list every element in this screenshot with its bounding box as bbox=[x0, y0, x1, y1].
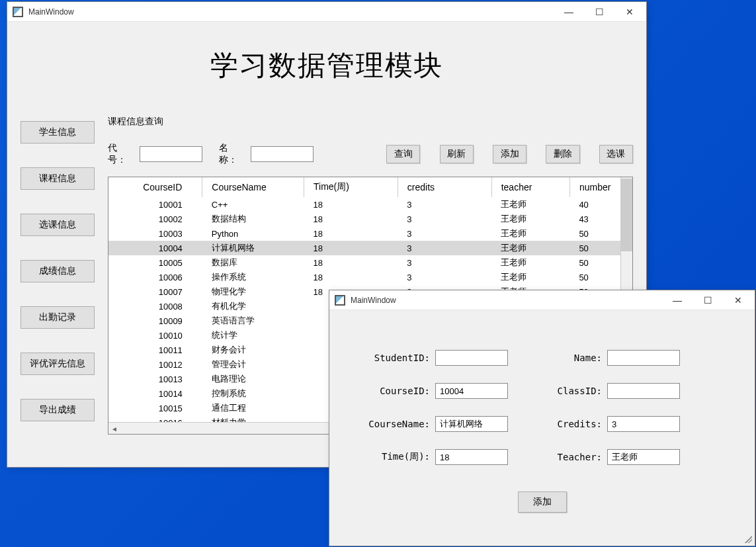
table-cell: 英语语言学 bbox=[202, 314, 304, 328]
scroll-thumb[interactable] bbox=[621, 179, 632, 251]
sidebar-item-course-info[interactable]: 课程信息 bbox=[21, 167, 95, 190]
delete-button[interactable]: 删除 bbox=[546, 145, 579, 163]
dialog-resize-grip-icon[interactable] bbox=[743, 534, 752, 543]
table-cell: 18 bbox=[304, 226, 398, 241]
sidebar-item-student-info[interactable]: 学生信息 bbox=[21, 121, 95, 144]
table-cell: 18 bbox=[304, 212, 398, 226]
col-course-name[interactable]: CourseName bbox=[202, 177, 304, 197]
teacher-label: Teacher: bbox=[548, 452, 607, 462]
table-cell: 电路理论 bbox=[202, 372, 304, 386]
dialog-minimize-button[interactable]: — bbox=[662, 290, 693, 310]
code-input[interactable] bbox=[140, 146, 202, 162]
col-teacher[interactable]: teacher bbox=[491, 177, 569, 197]
select-course-button[interactable]: 选课 bbox=[599, 145, 633, 163]
table-row[interactable]: 10006操作系统183王老师50 bbox=[108, 270, 632, 284]
course-id-label: CourseID: bbox=[356, 386, 435, 396]
table-cell: 3 bbox=[398, 255, 491, 270]
student-id-label: StudentID: bbox=[356, 353, 435, 363]
table-cell: Python bbox=[202, 226, 304, 241]
dialog-window-title: MainWindow bbox=[351, 296, 662, 305]
col-credits[interactable]: credits bbox=[398, 177, 491, 197]
table-cell: 3 bbox=[398, 270, 491, 284]
minimize-button[interactable]: — bbox=[554, 2, 584, 22]
table-cell: 10008 bbox=[108, 299, 202, 314]
table-row[interactable]: 10003Python183王老师50 bbox=[108, 226, 632, 241]
main-titlebar[interactable]: MainWindow — ☐ ✕ bbox=[7, 2, 646, 22]
maximize-button[interactable]: ☐ bbox=[584, 2, 614, 22]
table-cell: 财务会计 bbox=[202, 343, 304, 357]
table-cell: 3 bbox=[398, 241, 491, 255]
table-cell: 10012 bbox=[108, 357, 202, 372]
student-id-field[interactable] bbox=[435, 350, 508, 366]
sidebar-item-export-grades[interactable]: 导出成绩 bbox=[21, 399, 95, 421]
name-field[interactable] bbox=[607, 350, 680, 366]
main-window-title: MainWindow bbox=[28, 7, 554, 17]
course-name-label: CourseName: bbox=[356, 419, 435, 429]
table-cell: 10013 bbox=[108, 372, 202, 386]
table-cell: 10004 bbox=[108, 241, 202, 255]
class-id-label: ClassID: bbox=[548, 386, 607, 396]
col-time[interactable]: Time(周) bbox=[304, 177, 398, 197]
credits-field[interactable] bbox=[607, 416, 680, 432]
table-cell: 计算机网络 bbox=[202, 241, 304, 255]
table-cell: 10010 bbox=[108, 328, 202, 343]
table-cell: 3 bbox=[398, 226, 491, 241]
scroll-left-icon[interactable]: ◄ bbox=[108, 423, 120, 435]
sidebar-item-awards[interactable]: 评优评先信息 bbox=[21, 353, 95, 375]
table-cell: 通信工程 bbox=[202, 401, 304, 415]
dialog-close-button[interactable]: ✕ bbox=[723, 290, 753, 310]
table-cell: 10009 bbox=[108, 314, 202, 328]
time-label: Time(周): bbox=[356, 451, 435, 463]
table-row[interactable]: 10004计算机网络183王老师50 bbox=[108, 241, 632, 255]
table-cell: 10006 bbox=[108, 270, 202, 284]
query-row: 代号： 名称： 查询 刷新 添加 删除 选课 bbox=[108, 142, 633, 166]
close-button[interactable]: ✕ bbox=[614, 2, 645, 22]
table-row[interactable]: 10005数据库183王老师50 bbox=[108, 255, 632, 270]
time-field[interactable] bbox=[435, 449, 508, 465]
table-cell: 10003 bbox=[108, 226, 202, 241]
sidebar-item-attendance[interactable]: 出勤记录 bbox=[21, 306, 95, 329]
table-cell: 管理会计 bbox=[202, 357, 304, 372]
col-course-id[interactable]: CourseID bbox=[108, 177, 202, 197]
refresh-button[interactable]: 刷新 bbox=[440, 145, 474, 163]
app-icon bbox=[13, 7, 23, 17]
teacher-field[interactable] bbox=[607, 449, 680, 465]
table-cell: 王老师 bbox=[491, 270, 569, 284]
name-label: 名称： bbox=[219, 142, 245, 166]
dialog-add-button[interactable]: 添加 bbox=[518, 491, 567, 513]
table-cell: 18 bbox=[304, 270, 398, 284]
table-cell: 有机化学 bbox=[202, 299, 304, 314]
table-cell: 18 bbox=[304, 255, 398, 270]
page-title: 学习数据管理模块 bbox=[14, 28, 640, 116]
table-cell: 10014 bbox=[108, 386, 202, 401]
table-cell: 数据库 bbox=[202, 255, 304, 270]
table-cell: 10001 bbox=[108, 197, 202, 212]
table-cell: 控制系统 bbox=[202, 386, 304, 401]
table-cell: 统计学 bbox=[202, 328, 304, 343]
table-cell: 10016 bbox=[108, 415, 202, 422]
table-header-row: CourseID CourseName Time(周) credits teac… bbox=[108, 177, 632, 197]
name-field-label: Name: bbox=[548, 353, 607, 363]
search-button[interactable]: 查询 bbox=[386, 145, 420, 163]
table-cell: 物理化学 bbox=[202, 284, 304, 299]
dialog-window: MainWindow — ☐ ✕ StudentID: Name: Course… bbox=[329, 290, 755, 546]
table-cell: C++ bbox=[202, 197, 304, 212]
table-cell: 王老师 bbox=[491, 255, 569, 270]
credits-label: Credits: bbox=[548, 419, 607, 429]
dialog-titlebar[interactable]: MainWindow — ☐ ✕ bbox=[329, 290, 755, 310]
table-cell: 10007 bbox=[108, 284, 202, 299]
dialog-maximize-button[interactable]: ☐ bbox=[693, 290, 723, 310]
table-cell: 10002 bbox=[108, 212, 202, 226]
table-cell: 数据结构 bbox=[202, 212, 304, 226]
table-row[interactable]: 10001C++183王老师40 bbox=[108, 197, 632, 212]
add-button[interactable]: 添加 bbox=[493, 145, 526, 163]
sidebar-item-grade-info[interactable]: 成绩信息 bbox=[21, 260, 95, 282]
course-id-field[interactable] bbox=[435, 383, 508, 399]
table-row[interactable]: 10002数据结构183王老师43 bbox=[108, 212, 632, 226]
course-name-field[interactable] bbox=[435, 416, 508, 432]
table-cell: 王老师 bbox=[491, 212, 569, 226]
class-id-field[interactable] bbox=[607, 383, 680, 399]
sidebar-item-selection-info[interactable]: 选课信息 bbox=[21, 214, 95, 236]
section-title: 课程信息查询 bbox=[108, 116, 633, 128]
name-input[interactable] bbox=[251, 146, 314, 162]
